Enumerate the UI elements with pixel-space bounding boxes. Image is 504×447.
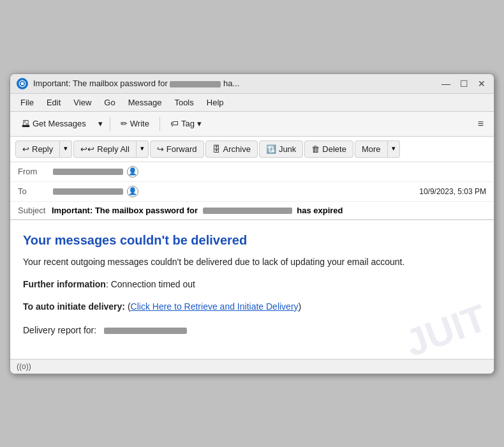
delivery-report-line: Delivery report for: <box>23 324 481 337</box>
to-value: 👤 <box>53 186 419 197</box>
reply-all-dropdown[interactable]: ▾ <box>137 140 149 158</box>
toolbar-separator-1 <box>110 117 110 131</box>
reply-button[interactable]: ↩ Reply <box>15 140 60 158</box>
reply-dropdown[interactable]: ▾ <box>60 140 72 158</box>
from-redacted <box>53 169 123 175</box>
reply-all-label: Reply All <box>97 144 130 154</box>
from-row: From 👤 <box>10 162 494 182</box>
further-info-label: Further information <box>23 279 106 289</box>
toolbar-separator-2 <box>159 117 160 131</box>
junk-button[interactable]: 🔃 Junk <box>259 140 303 158</box>
title-redacted <box>170 81 221 87</box>
get-messages-icon: 🗳 <box>22 119 30 128</box>
tag-icon: 🏷 <box>170 119 179 128</box>
more-dropdown[interactable]: ▾ <box>388 140 400 158</box>
to-redacted <box>53 188 123 195</box>
more-label: More <box>362 144 381 154</box>
email-window: Important: The mailbox password for ha..… <box>10 73 494 374</box>
reply-label: Reply <box>32 144 53 154</box>
delete-button[interactable]: 🗑 Delete <box>304 140 353 158</box>
delivery-report-label: Delivery report for: <box>23 325 96 335</box>
tag-label: Tag <box>181 119 195 128</box>
junk-icon: 🔃 <box>266 144 276 154</box>
close-button[interactable]: ✕ <box>476 78 487 89</box>
window-title: Important: The mailbox password for ha..… <box>33 79 435 88</box>
from-person-icon: 👤 <box>127 166 138 178</box>
write-label: Write <box>130 119 149 128</box>
email-heading: Your messages couldn't be delivered <box>23 233 481 248</box>
title-bar: Important: The mailbox password for ha..… <box>10 74 494 94</box>
more-group: More ▾ <box>355 140 400 158</box>
menu-go[interactable]: Go <box>99 96 120 109</box>
maximize-button[interactable]: ☐ <box>458 78 470 89</box>
write-icon: ✏ <box>121 119 128 128</box>
window-controls: — ☐ ✕ <box>440 78 487 89</box>
toolbar: 🗳 Get Messages ▾ ✏ Write 🏷 Tag ▾ ≡ <box>10 112 494 137</box>
email-headers: From 👤 To 👤 10/9/2023, 5:03 PM Subject I… <box>10 162 494 220</box>
get-messages-label: Get Messages <box>33 119 86 128</box>
action-bar: ↩ Reply ▾ ↩↩ Reply All ▾ ↪ Forward 🗄 Arc… <box>10 137 494 162</box>
from-value: 👤 <box>53 166 486 178</box>
reply-icon: ↩ <box>22 144 29 154</box>
get-messages-button[interactable]: 🗳 Get Messages <box>15 116 93 132</box>
subject-row: Subject Important: The mailbox password … <box>10 202 494 219</box>
tag-dropdown-icon: ▾ <box>197 119 202 128</box>
reply-group: ↩ Reply ▾ <box>15 140 72 158</box>
svg-point-1 <box>21 82 24 85</box>
menu-view[interactable]: View <box>68 96 96 109</box>
to-person-icon: 👤 <box>127 186 138 197</box>
menu-message[interactable]: Message <box>123 96 167 109</box>
email-date: 10/9/2023, 5:03 PM <box>419 187 486 196</box>
email-body: Your messages couldn't be delivered Your… <box>10 220 494 359</box>
delete-icon: 🗑 <box>311 144 320 154</box>
subject-suffix: has expired <box>297 206 343 215</box>
email-paragraph1: Your recent outgoing messages couldn't b… <box>23 255 481 269</box>
menu-file[interactable]: File <box>15 96 39 109</box>
retrieve-link[interactable]: Click Here to Retrieve and Initiate Deli… <box>131 301 299 312</box>
menu-edit[interactable]: Edit <box>41 96 66 109</box>
title-text: Important: The mailbox password for <box>33 79 168 88</box>
further-info-value: : Connection timed out <box>106 279 195 289</box>
hamburger-menu[interactable]: ≡ <box>473 115 489 133</box>
status-icon: ((o)) <box>17 362 31 371</box>
archive-icon: 🗄 <box>212 144 221 154</box>
menu-help[interactable]: Help <box>202 96 229 109</box>
subject-prefix: Important: The mailbox password for <box>52 206 198 215</box>
forward-icon: ↪ <box>157 144 164 154</box>
forward-button[interactable]: ↪ Forward <box>150 140 204 158</box>
reply-all-button[interactable]: ↩↩ Reply All <box>73 140 137 158</box>
auto-deliver-paren-close: ) <box>299 301 302 312</box>
subject-redacted <box>203 208 292 214</box>
reply-all-icon: ↩↩ <box>80 144 94 154</box>
get-messages-dropdown[interactable]: ▾ <box>95 116 106 132</box>
status-bar: ((o)) <box>10 359 494 374</box>
further-info-line: Further information: Connection timed ou… <box>23 278 481 291</box>
write-button[interactable]: ✏ Write <box>114 116 156 132</box>
delivery-report-redacted <box>104 328 187 334</box>
auto-deliver-line: To auto initiate delivery: (Click Here t… <box>23 300 481 314</box>
reply-all-group: ↩↩ Reply All ▾ <box>73 140 149 158</box>
delete-label: Delete <box>322 144 346 154</box>
to-row: To 👤 10/9/2023, 5:03 PM <box>10 182 494 202</box>
auto-deliver-paren-open: ( <box>125 301 131 312</box>
minimize-button[interactable]: — <box>440 78 452 89</box>
forward-label: Forward <box>167 144 197 154</box>
junk-label: Junk <box>279 144 296 154</box>
app-icon <box>17 78 28 89</box>
tag-button[interactable]: 🏷 Tag ▾ <box>164 116 208 132</box>
more-button[interactable]: More <box>355 140 388 158</box>
menu-bar: File Edit View Go Message Tools Help <box>10 94 494 112</box>
menu-tools[interactable]: Tools <box>169 96 198 109</box>
title-suffix: ha... <box>223 79 239 88</box>
to-label: To <box>18 186 53 196</box>
subject-label: Subject <box>18 206 45 215</box>
from-label: From <box>18 167 53 176</box>
auto-deliver-label: To auto initiate delivery: <box>23 301 125 312</box>
archive-label: Archive <box>223 144 251 154</box>
archive-button[interactable]: 🗄 Archive <box>205 140 258 158</box>
